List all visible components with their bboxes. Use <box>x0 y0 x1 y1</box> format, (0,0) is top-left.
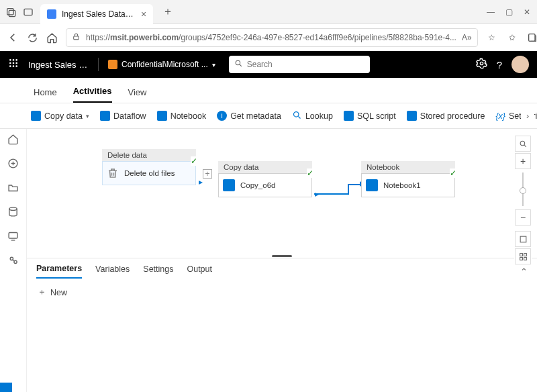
zoom-slider[interactable] <box>522 173 524 206</box>
taskbar-marker <box>0 383 12 392</box>
activity-notebook[interactable]: Notebook Notebook1 ✓ <box>361 161 455 197</box>
sensitivity-label[interactable]: Confidential\Microsoft ... ▾ <box>108 60 215 69</box>
lock-icon <box>72 32 81 43</box>
lookup-icon <box>292 110 302 122</box>
zoom-search-icon[interactable] <box>515 136 531 152</box>
browser-tab[interactable]: Ingest Sales Data - Data enginee × <box>40 4 153 24</box>
settings-icon[interactable] <box>476 58 487 71</box>
output-port-icon[interactable]: ▸ <box>199 177 203 187</box>
notebook-icon <box>157 111 167 121</box>
tab-view[interactable]: View <box>128 87 147 103</box>
home-button[interactable] <box>46 32 58 44</box>
panel-tab-settings[interactable]: Settings <box>143 264 173 278</box>
svg-rect-3 <box>74 36 79 40</box>
tab-close-icon[interactable]: × <box>141 9 146 19</box>
zoom-in-button[interactable]: + <box>515 153 531 169</box>
minimap-button[interactable] <box>515 248 531 264</box>
node-header: Delete data <box>102 149 196 161</box>
nav-workspace-icon[interactable] <box>7 254 19 266</box>
panel-collapse-icon[interactable]: ⌃ <box>520 266 528 277</box>
pipeline-title[interactable]: Ingest Sales D... <box>28 60 89 70</box>
svg-point-16 <box>293 111 299 117</box>
panel-tab-parameters[interactable]: Parameters <box>36 264 82 279</box>
panel-tab-variables[interactable]: Variables <box>95 264 130 278</box>
browser-address-bar: https://msit.powerbi.com/groups/4752ef9c… <box>0 24 537 51</box>
svg-point-5 <box>9 59 11 61</box>
help-icon[interactable]: ? <box>497 59 502 70</box>
svg-rect-4 <box>528 34 534 42</box>
connector <box>348 184 349 195</box>
window-maximize-button[interactable]: ▢ <box>505 7 513 17</box>
svg-point-9 <box>13 62 15 64</box>
refresh-button[interactable] <box>27 32 38 44</box>
window-close-button[interactable]: ✕ <box>524 7 530 17</box>
left-nav <box>0 129 27 392</box>
tab-title: Ingest Sales Data - Data enginee <box>62 9 136 19</box>
zoom-controls: + − <box>514 136 532 264</box>
tab-activities[interactable]: Activities <box>73 86 112 103</box>
tool-notebook[interactable]: Notebook <box>157 111 207 121</box>
sproc-icon <box>407 111 417 121</box>
svg-point-13 <box>15 65 17 67</box>
nav-add-icon[interactable] <box>7 157 19 169</box>
pipeline-canvas[interactable]: Delete data Delete old files ✓ + ▸ Copy … <box>27 129 537 254</box>
search-box[interactable] <box>229 56 370 73</box>
svg-rect-27 <box>524 257 526 260</box>
shield-icon <box>108 60 117 69</box>
tab-favicon-icon <box>47 9 56 19</box>
divider <box>98 58 99 71</box>
search-input[interactable] <box>247 60 364 69</box>
grip-icon <box>272 255 292 257</box>
back-button[interactable] <box>7 32 19 44</box>
new-tab-button[interactable]: ＋ <box>160 5 176 19</box>
svg-point-12 <box>13 65 15 67</box>
slider-knob[interactable] <box>520 187 526 194</box>
svg-point-22 <box>520 141 525 146</box>
workspaces-icon[interactable] <box>23 7 34 17</box>
reader-mode-icon[interactable]: A» <box>462 33 472 42</box>
tool-stored-procedure[interactable]: Stored procedure <box>407 111 485 121</box>
zoom-out-button[interactable]: − <box>515 209 531 226</box>
bottom-panel: Parameters Variables Settings Output ⌃ ＋… <box>27 258 537 392</box>
url-input[interactable]: https://msit.powerbi.com/groups/4752ef9c… <box>66 28 478 47</box>
favorites-bar-icon[interactable]: ✩ <box>506 32 518 44</box>
collections-icon[interactable] <box>526 32 537 44</box>
tab-home[interactable]: Home <box>34 87 57 103</box>
trash-icon <box>107 167 119 179</box>
activity-copy-data[interactable]: Copy data Copy_o6d ✓ ▸ <box>218 161 312 197</box>
checkmark-icon: ✓ <box>191 156 197 166</box>
svg-point-7 <box>15 59 17 61</box>
tool-get-metadata[interactable]: i Get metadata <box>217 111 281 121</box>
favorite-icon[interactable]: ☆ <box>486 32 498 44</box>
activity-delete-data[interactable]: Delete data Delete old files ✓ + ▸ <box>102 149 196 185</box>
fit-to-screen-button[interactable] <box>515 231 531 247</box>
connector <box>348 184 361 185</box>
tabs-overview-icon[interactable] <box>5 7 16 17</box>
svg-point-8 <box>9 62 11 64</box>
tool-sql-script[interactable]: SQL script <box>344 111 396 121</box>
notebook-activity-icon <box>366 179 378 191</box>
svg-point-6 <box>13 59 15 61</box>
tool-lookup[interactable]: Lookup <box>292 110 333 122</box>
tool-dataflow[interactable]: Dataflow <box>100 111 146 121</box>
info-icon: i <box>217 111 227 121</box>
tool-copy-data[interactable]: Copy data ▾ <box>31 111 89 121</box>
window-titlebar: Ingest Sales Data - Data enginee × ＋ — ▢… <box>0 0 537 24</box>
new-parameter-button[interactable]: ＋ New <box>38 287 526 298</box>
user-avatar-icon[interactable] <box>511 56 529 73</box>
nav-data-icon[interactable] <box>7 205 19 217</box>
search-icon <box>234 59 243 70</box>
activities-toolbar: Copy data ▾ Dataflow Notebook i Get meta… <box>0 103 537 129</box>
nav-monitor-icon[interactable] <box>7 230 19 242</box>
page-tabs: Home Activities View <box>0 78 537 103</box>
add-activity-port[interactable]: + <box>203 169 212 179</box>
svg-point-14 <box>236 60 240 65</box>
nav-folder-icon[interactable] <box>7 181 19 193</box>
window-minimize-button[interactable]: — <box>487 7 495 17</box>
nav-home-icon[interactable] <box>7 133 19 145</box>
svg-point-15 <box>480 62 483 64</box>
connector <box>314 193 349 195</box>
panel-tab-output[interactable]: Output <box>187 264 212 278</box>
app-launcher-icon[interactable] <box>8 58 19 71</box>
toolbar-scroll-right[interactable]: › <box>521 106 534 126</box>
